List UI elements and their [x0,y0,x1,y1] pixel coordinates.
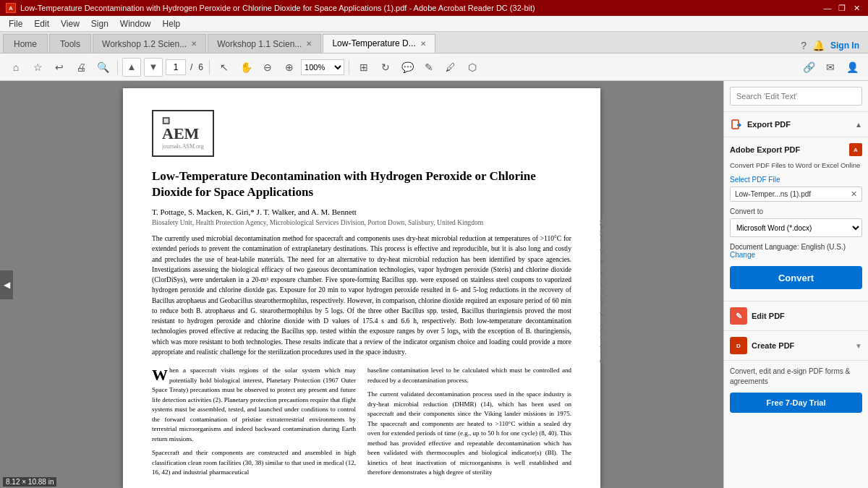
toolbar-right-btn3[interactable]: 👤 [842,57,862,77]
minimize-button[interactable]: — [822,2,833,14]
toolbar-sep3 [349,60,349,74]
right-panel-search [724,81,868,112]
edit-pdf-label[interactable]: Edit PDF [752,312,785,320]
convert-button[interactable]: Convert [730,266,862,289]
share-btn[interactable]: ⬡ [462,57,482,77]
toolbar-right: 🔗 ✉ 👤 [799,57,862,77]
body-col1-text: When a spacecraft visits regions of the … [152,366,356,444]
create-pdf-icon-symbol: D [736,343,741,349]
next-page-btn[interactable]: ▼ [144,58,163,77]
main-content: ◀ 🔲 AEM journals.ASM.org Low-Temperature… [0,81,868,488]
aem-logo-url: journals.ASM.org [162,143,204,150]
page-separator: / [190,62,192,72]
help-icon[interactable]: ? [801,40,807,51]
title-bar-left: A Low-Temperature Decontamination with H… [6,3,535,13]
fit-page-btn[interactable]: ⊞ [354,57,374,77]
adobe-export-title: Adobe Export PDF [730,145,800,154]
zoom-select[interactable]: 100% 75% 125% 150% [301,59,344,75]
toolbar-nav: ▲ ▼ / 6 [122,58,205,77]
tab-tools[interactable]: Tools [49,34,91,53]
adobe-export-section: Adobe Export PDF A Convert PDF Files to … [724,137,868,301]
zoom-in-btn[interactable]: ⊕ [279,57,299,77]
bottom-section: Convert, edit and e-sign PDF forms & agr… [724,361,868,419]
toolbar-right-btn2[interactable]: ✉ [820,57,841,77]
menu-file[interactable]: File [3,17,28,30]
annotation-btn[interactable]: 💬 [397,57,417,77]
tab-bar: Home Tools Workshop 1.2 Scien... ✕ Works… [0,32,868,53]
sign-in-button[interactable]: Sign In [830,40,859,51]
tab-current-pdf-label: Low-Temperature D... [332,38,415,48]
tab-tools-label: Tools [60,39,80,49]
export-pdf-header: Export PDF ▲ [724,112,868,137]
toolbar-print-btn[interactable]: 🖨 [71,57,91,77]
tab-workshop12-close[interactable]: ✕ [191,40,197,48]
toolbar-sep1 [117,60,118,74]
convert-to-select[interactable]: Microsoft Word (*.docx) Microsoft Excel … [730,218,862,237]
tab-workshop12[interactable]: Workshop 1.2 Scien... ✕ [93,34,206,53]
create-pdf-row: D Create PDF ▼ [730,337,862,354]
paper-body: When a spacecraft visits regions of the … [152,366,571,482]
text-annotation-btn[interactable]: ✎ [419,57,439,77]
aem-logo-abbr: AEM [162,124,204,143]
tab-home[interactable]: Home [3,34,48,53]
tab-current-pdf-close[interactable]: ✕ [420,40,426,48]
menu-edit[interactable]: Edit [28,17,55,30]
edit-pdf-section: ✎ Edit PDF [724,301,868,331]
cursor-tool-btn[interactable]: ↖ [214,57,234,77]
convert-to-label: Convert to [730,207,862,215]
toolbar-right-btn1[interactable]: 🔗 [799,57,819,77]
tab-workshop11[interactable]: Workshop 1.1 Scien... ✕ [208,34,321,53]
window-title: Low-Temperature Decontamination with Hyd… [20,4,535,12]
free-trial-button[interactable]: Free 7-Day Trial [730,393,862,413]
export-pdf-title: Export PDF [747,120,791,129]
body-col2-text: baseline contamination level to be calcu… [367,366,571,385]
menu-sign[interactable]: Sign [85,17,114,30]
notification-icon[interactable]: 🔔 [812,40,825,51]
file-selector[interactable]: Low-Temper...ns (1).pdf ✕ [730,187,862,202]
toolbar-bookmark-btn[interactable]: ☆ [27,57,48,77]
hand-tool-btn[interactable]: ✋ [236,57,256,77]
body-col2-text2: The current validated decontamination pr… [367,390,571,478]
rotate-btn[interactable]: ↻ [375,57,396,77]
create-pdf-icon: D [730,337,747,354]
toolbar-home-btn[interactable]: ⌂ [6,57,26,77]
paper-col-right: baseline contamination level to be calcu… [367,366,571,482]
create-pdf-section: D Create PDF ▼ [724,331,868,361]
toolbar-search-btn[interactable]: 🔍 [93,57,113,77]
export-pdf-chevron[interactable]: ▲ [855,121,862,129]
create-pdf-label[interactable]: Create PDF [752,341,794,350]
journal-header: 🔲 AEM journals.ASM.org [152,110,571,157]
select-pdf-label: Select PDF File [730,176,862,184]
tab-home-label: Home [14,39,37,49]
menu-help[interactable]: Help [157,17,187,30]
pdf-viewer[interactable]: ◀ 🔲 AEM journals.ASM.org Low-Temperature… [0,81,723,488]
highlight-btn[interactable]: 🖊 [441,57,461,77]
page-number-input[interactable] [166,59,186,75]
page-total: 6 [198,62,203,72]
tab-workshop11-close[interactable]: ✕ [306,40,312,48]
toolbar-back-btn[interactable]: ↩ [49,57,69,77]
tab-current-pdf[interactable]: Low-Temperature D... ✕ [323,34,435,53]
title-bar: A Low-Temperature Decontamination with H… [0,0,868,16]
close-button[interactable]: ✕ [851,2,862,14]
menu-view[interactable]: View [55,17,85,30]
change-language-link[interactable]: Change [730,251,755,259]
window-controls[interactable]: — ❐ ✕ [822,2,862,14]
zoom-control[interactable]: 100% 75% 125% 150% [301,59,344,75]
watermark-text: Downloaded from http://aem.asm.org/ on A… [599,214,605,363]
aem-logo: 🔲 AEM journals.ASM.org [152,110,214,157]
tab-workshop11-label: Workshop 1.1 Scien... [217,39,302,49]
aem-logo-top: 🔲 [162,117,204,124]
left-panel-toggle[interactable]: ◀ [0,270,13,299]
create-pdf-chevron[interactable]: ▼ [855,342,862,350]
edit-text-search[interactable] [730,87,862,106]
edit-pdf-icon-symbol: ✎ [736,312,742,321]
menu-window[interactable]: Window [114,17,157,30]
zoom-out-btn[interactable]: ⊖ [258,57,278,77]
abstract-text: The currently used microbial decontamina… [152,234,571,357]
file-close-icon[interactable]: ✕ [851,189,857,199]
adobe-export-desc: Convert PDF Files to Word or Excel Onlin… [730,160,862,170]
prev-page-btn[interactable]: ▲ [122,58,141,77]
restore-button[interactable]: ❐ [836,2,848,14]
document-language: Document Language: English (U.S.) Change [730,243,862,259]
